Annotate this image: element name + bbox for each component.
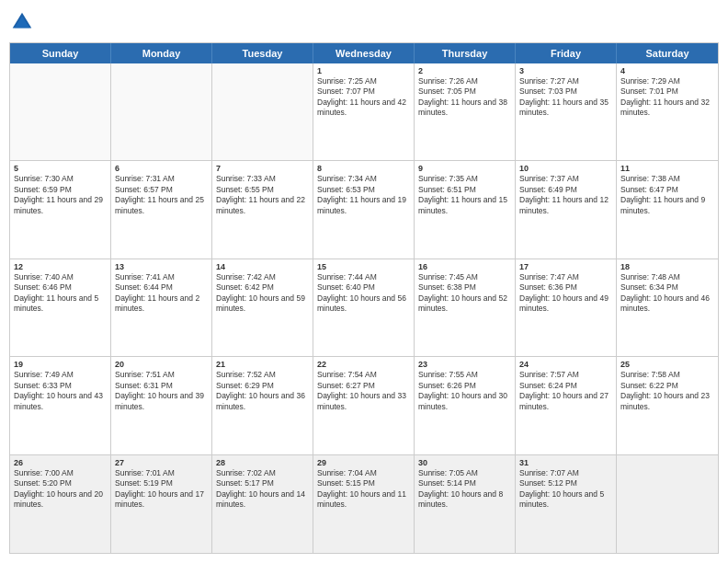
day-cell: 22Sunrise: 7:54 AM Sunset: 6:27 PM Dayli… [313, 357, 415, 454]
day-number: 12 [14, 262, 107, 271]
day-number: 11 [620, 164, 714, 173]
header [9, 9, 719, 35]
day-info: Sunrise: 7:49 AM Sunset: 6:33 PM Dayligh… [14, 370, 107, 412]
day-number: 9 [418, 164, 511, 173]
day-cell: 23Sunrise: 7:55 AM Sunset: 6:26 PM Dayli… [415, 357, 516, 454]
day-cell: 11Sunrise: 7:38 AM Sunset: 6:47 PM Dayli… [617, 161, 718, 258]
day-header-saturday: Saturday [617, 43, 718, 63]
day-number: 6 [115, 164, 208, 173]
day-number: 8 [317, 164, 410, 173]
day-info: Sunrise: 7:42 AM Sunset: 6:42 PM Dayligh… [216, 272, 309, 315]
day-header-monday: Monday [111, 43, 212, 63]
day-number: 19 [14, 360, 107, 369]
day-cell [111, 63, 212, 160]
day-cell: 27Sunrise: 7:01 AM Sunset: 5:19 PM Dayli… [111, 455, 212, 553]
day-number: 22 [317, 360, 410, 369]
day-cell [617, 455, 718, 553]
day-header-tuesday: Tuesday [212, 43, 313, 63]
day-number: 5 [14, 164, 107, 173]
week-row-1: 1Sunrise: 7:25 AM Sunset: 7:07 PM Daylig… [10, 63, 718, 161]
day-header-friday: Friday [516, 43, 617, 63]
day-cell: 24Sunrise: 7:57 AM Sunset: 6:24 PM Dayli… [516, 357, 617, 454]
day-number: 20 [115, 360, 208, 369]
day-cell: 31Sunrise: 7:07 AM Sunset: 5:12 PM Dayli… [516, 455, 617, 553]
day-number: 7 [216, 164, 309, 173]
day-info: Sunrise: 7:58 AM Sunset: 6:22 PM Dayligh… [620, 370, 714, 412]
day-info: Sunrise: 7:25 AM Sunset: 7:07 PM Dayligh… [317, 76, 410, 119]
day-cell: 3Sunrise: 7:27 AM Sunset: 7:03 PM Daylig… [516, 63, 617, 160]
day-number: 26 [14, 458, 107, 467]
day-header-thursday: Thursday [415, 43, 516, 63]
day-cell: 4Sunrise: 7:29 AM Sunset: 7:01 PM Daylig… [617, 63, 718, 160]
day-info: Sunrise: 7:38 AM Sunset: 6:47 PM Dayligh… [620, 174, 714, 216]
day-cell [212, 63, 313, 160]
day-info: Sunrise: 7:00 AM Sunset: 5:20 PM Dayligh… [14, 468, 107, 511]
day-number: 28 [216, 458, 309, 467]
day-number: 14 [216, 262, 309, 271]
day-number: 13 [115, 262, 208, 271]
day-cell: 5Sunrise: 7:30 AM Sunset: 6:59 PM Daylig… [10, 161, 111, 258]
day-info: Sunrise: 7:45 AM Sunset: 6:38 PM Dayligh… [418, 272, 511, 315]
day-cell: 1Sunrise: 7:25 AM Sunset: 7:07 PM Daylig… [313, 63, 415, 160]
day-number: 31 [519, 458, 612, 467]
week-row-3: 12Sunrise: 7:40 AM Sunset: 6:46 PM Dayli… [10, 259, 718, 357]
calendar: SundayMondayTuesdayWednesdayThursdayFrid… [9, 42, 719, 554]
day-number: 2 [418, 66, 511, 75]
day-info: Sunrise: 7:51 AM Sunset: 6:31 PM Dayligh… [115, 370, 208, 412]
day-headers: SundayMondayTuesdayWednesdayThursdayFrid… [10, 43, 718, 63]
day-info: Sunrise: 7:04 AM Sunset: 5:15 PM Dayligh… [317, 468, 410, 511]
day-info: Sunrise: 7:55 AM Sunset: 6:26 PM Dayligh… [418, 370, 511, 412]
week-row-5: 26Sunrise: 7:00 AM Sunset: 5:20 PM Dayli… [10, 455, 718, 553]
day-info: Sunrise: 7:29 AM Sunset: 7:01 PM Dayligh… [620, 76, 714, 119]
day-info: Sunrise: 7:40 AM Sunset: 6:46 PM Dayligh… [14, 272, 107, 315]
day-info: Sunrise: 7:27 AM Sunset: 7:03 PM Dayligh… [519, 76, 612, 119]
day-info: Sunrise: 7:31 AM Sunset: 6:57 PM Dayligh… [115, 174, 208, 216]
day-number: 27 [115, 458, 208, 467]
day-cell: 7Sunrise: 7:33 AM Sunset: 6:55 PM Daylig… [212, 161, 313, 258]
day-info: Sunrise: 7:02 AM Sunset: 5:17 PM Dayligh… [216, 468, 309, 511]
day-number: 4 [620, 66, 714, 75]
day-number: 16 [418, 262, 511, 271]
day-cell: 18Sunrise: 7:48 AM Sunset: 6:34 PM Dayli… [617, 259, 718, 356]
day-cell: 6Sunrise: 7:31 AM Sunset: 6:57 PM Daylig… [111, 161, 212, 258]
logo-icon [9, 9, 35, 35]
day-info: Sunrise: 7:48 AM Sunset: 6:34 PM Dayligh… [620, 272, 714, 315]
day-cell: 2Sunrise: 7:26 AM Sunset: 7:05 PM Daylig… [415, 63, 516, 160]
day-info: Sunrise: 7:47 AM Sunset: 6:36 PM Dayligh… [519, 272, 612, 315]
day-number: 25 [620, 360, 714, 369]
day-cell: 13Sunrise: 7:41 AM Sunset: 6:44 PM Dayli… [111, 259, 212, 356]
day-cell: 12Sunrise: 7:40 AM Sunset: 6:46 PM Dayli… [10, 259, 111, 356]
logo [9, 9, 40, 35]
day-info: Sunrise: 7:05 AM Sunset: 5:14 PM Dayligh… [418, 468, 511, 511]
calendar-body: 1Sunrise: 7:25 AM Sunset: 7:07 PM Daylig… [10, 63, 718, 553]
day-info: Sunrise: 7:07 AM Sunset: 5:12 PM Dayligh… [519, 468, 612, 511]
day-number: 30 [418, 458, 511, 467]
page: SundayMondayTuesdayWednesdayThursdayFrid… [0, 0, 728, 563]
day-cell: 8Sunrise: 7:34 AM Sunset: 6:53 PM Daylig… [313, 161, 415, 258]
day-number: 21 [216, 360, 309, 369]
day-number: 18 [620, 262, 714, 271]
day-number: 23 [418, 360, 511, 369]
day-cell: 25Sunrise: 7:58 AM Sunset: 6:22 PM Dayli… [617, 357, 718, 454]
day-info: Sunrise: 7:35 AM Sunset: 6:51 PM Dayligh… [418, 174, 511, 216]
day-number: 24 [519, 360, 612, 369]
day-number: 1 [317, 66, 410, 75]
day-number: 15 [317, 262, 410, 271]
day-cell: 19Sunrise: 7:49 AM Sunset: 6:33 PM Dayli… [10, 357, 111, 454]
day-info: Sunrise: 7:33 AM Sunset: 6:55 PM Dayligh… [216, 174, 309, 216]
day-cell: 9Sunrise: 7:35 AM Sunset: 6:51 PM Daylig… [415, 161, 516, 258]
day-info: Sunrise: 7:57 AM Sunset: 6:24 PM Dayligh… [519, 370, 612, 412]
day-cell: 14Sunrise: 7:42 AM Sunset: 6:42 PM Dayli… [212, 259, 313, 356]
day-cell: 15Sunrise: 7:44 AM Sunset: 6:40 PM Dayli… [313, 259, 415, 356]
day-cell: 17Sunrise: 7:47 AM Sunset: 6:36 PM Dayli… [516, 259, 617, 356]
day-info: Sunrise: 7:34 AM Sunset: 6:53 PM Dayligh… [317, 174, 410, 216]
day-info: Sunrise: 7:26 AM Sunset: 7:05 PM Dayligh… [418, 76, 511, 119]
day-cell [10, 63, 111, 160]
day-cell: 26Sunrise: 7:00 AM Sunset: 5:20 PM Dayli… [10, 455, 111, 553]
day-info: Sunrise: 7:30 AM Sunset: 6:59 PM Dayligh… [14, 174, 107, 216]
day-info: Sunrise: 7:01 AM Sunset: 5:19 PM Dayligh… [115, 468, 208, 511]
day-cell: 29Sunrise: 7:04 AM Sunset: 5:15 PM Dayli… [313, 455, 415, 553]
week-row-2: 5Sunrise: 7:30 AM Sunset: 6:59 PM Daylig… [10, 161, 718, 259]
day-number: 17 [519, 262, 612, 271]
day-cell: 16Sunrise: 7:45 AM Sunset: 6:38 PM Dayli… [415, 259, 516, 356]
